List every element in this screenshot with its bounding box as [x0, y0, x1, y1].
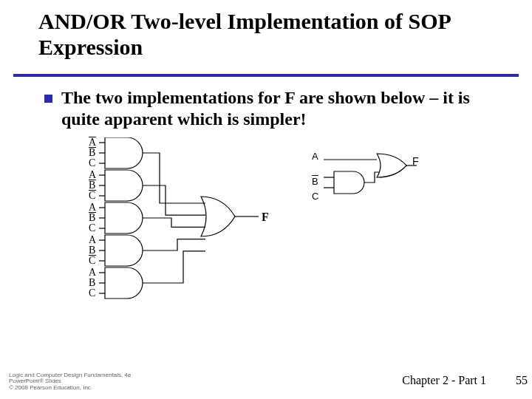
left-input-label: A	[89, 170, 96, 180]
circuit-svg	[89, 137, 502, 352]
right-input-a: A	[312, 151, 318, 162]
left-input-label: C	[89, 191, 96, 201]
left-input-label: B	[89, 278, 96, 288]
bullet-icon	[44, 95, 52, 103]
left-input-label: A	[89, 202, 96, 213]
bullet-text: The two implementations for F are shown …	[61, 87, 510, 130]
left-input-label: A	[89, 235, 96, 245]
copyright-line3: © 2008 Pearson Education, Inc.	[9, 385, 131, 392]
left-input-label: B	[89, 213, 96, 223]
left-input-label: A	[89, 137, 96, 148]
diagram-area: ABCABCABCABCABC A B C F F	[89, 137, 502, 352]
title-rule	[13, 74, 519, 77]
bullet-item: The two implementations for F are shown …	[44, 87, 510, 130]
right-output-label: F	[412, 155, 419, 167]
left-input-label: C	[89, 256, 96, 266]
left-input-label: B	[89, 180, 96, 191]
left-output-label: F	[262, 211, 269, 224]
left-input-label: C	[89, 223, 96, 233]
footer-page-number: 55	[516, 374, 528, 387]
left-input-label: B	[89, 148, 96, 158]
left-input-labels: ABCABCABCABCABC	[89, 137, 96, 293]
slide-title: AND/OR Two-level Implementation of SOP E…	[0, 0, 532, 64]
left-input-label: A	[89, 267, 96, 278]
left-input-label: C	[89, 158, 96, 168]
footer-chapter: Chapter 2 - Part 1	[402, 374, 486, 387]
slide: AND/OR Two-level Implementation of SOP E…	[0, 0, 532, 399]
copyright: Logic and Computer Design Fundamentals, …	[9, 372, 131, 392]
left-input-label: C	[89, 288, 96, 299]
left-input-label: B	[89, 245, 96, 256]
right-input-c: C	[312, 191, 318, 202]
right-input-b: B	[312, 176, 318, 187]
slide-body: The two implementations for F are shown …	[44, 87, 510, 130]
